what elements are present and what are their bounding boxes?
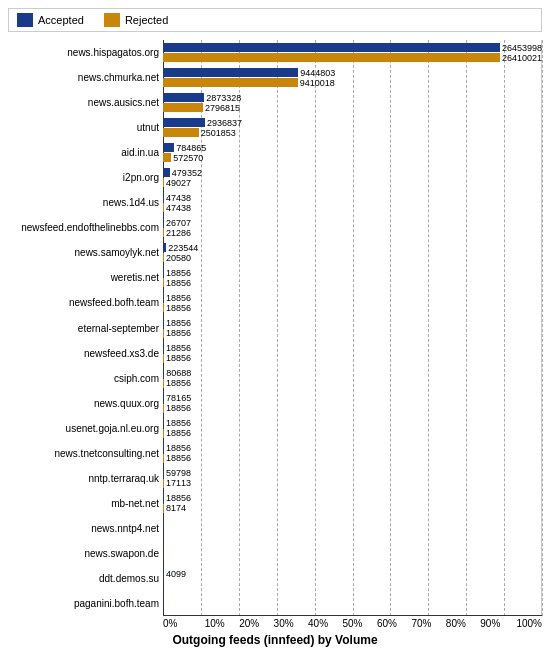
legend: Accepted Rejected (8, 8, 542, 32)
bar-pair: 8068818856 (163, 369, 542, 388)
bar-pair: 784865572570 (163, 143, 542, 162)
rejected-bar-track: 18856 (163, 354, 542, 363)
rejected-bar-track: 18856 (163, 454, 542, 463)
y-axis-label: news.chmurka.net (8, 72, 163, 83)
table-row: newsfeed.bofh.team1885618856 (8, 290, 542, 315)
rejected-value: 18856 (164, 328, 191, 338)
rejected-value: 18856 (164, 378, 191, 388)
table-row: utnut29368372501853 (8, 115, 542, 140)
table-row: mb-net.net188568174 (8, 491, 542, 516)
accepted-value: 18856 (164, 443, 191, 453)
table-row: news.chmurka.net94448039410018 (8, 65, 542, 90)
x-label: 30% (266, 618, 300, 629)
bar-pair: 4099 (163, 569, 542, 588)
accepted-bar (163, 143, 174, 152)
y-axis-label: newsfeed.xs3.de (8, 348, 163, 359)
accepted-bar-track: 4099 (163, 569, 542, 578)
accepted-bar (163, 68, 298, 77)
table-row: eternal-september1885618856 (8, 316, 542, 341)
rejected-bar-track: 18856 (163, 329, 542, 338)
accepted-value: 80688 (164, 368, 191, 378)
accepted-bar (163, 544, 164, 553)
accepted-value: 2873328 (204, 93, 241, 103)
rejected-value: 18856 (164, 278, 191, 288)
rejected-value: 18856 (164, 353, 191, 363)
accepted-bar-track: 80688 (163, 369, 542, 378)
y-axis-label: weretis.net (8, 272, 163, 283)
rejected-value: 20580 (164, 253, 191, 263)
accepted-bar (163, 43, 500, 52)
bar-pair: 1885618856 (163, 444, 542, 463)
y-axis-label: usenet.goja.nl.eu.org (8, 423, 163, 434)
table-row: aid.in.ua784865572570 (8, 140, 542, 165)
y-axis-label: news.swapon.de (8, 548, 163, 559)
rejected-bar-track: 2501853 (163, 128, 542, 137)
table-row: paganini.bofh.team (8, 591, 542, 616)
y-axis-label: ddt.demos.su (8, 573, 163, 584)
rejected-value: 2501853 (199, 128, 236, 138)
rejected-color-box (104, 13, 120, 27)
rejected-bar-track: 47438 (163, 203, 542, 212)
y-axis-label: aid.in.ua (8, 147, 163, 158)
rejected-value: 18856 (164, 453, 191, 463)
accepted-value: 223544 (166, 243, 198, 253)
bar-pair (163, 519, 542, 538)
rejected-bar-track: 18856 (163, 404, 542, 413)
rejected-value: 47438 (164, 203, 191, 213)
rejected-bar (163, 78, 298, 87)
rejected-value: 49027 (164, 178, 191, 188)
rejected-bar-track: 20580 (163, 253, 542, 262)
rejected-bar-track (163, 579, 542, 588)
table-row: news.hispagatos.org2645399826410021 (8, 40, 542, 65)
accepted-bar-track: 18856 (163, 268, 542, 277)
accepted-bar-track: 59798 (163, 469, 542, 478)
bar-pair: 1885618856 (163, 419, 542, 438)
accepted-bar (163, 118, 205, 127)
accepted-bar (163, 594, 164, 603)
accepted-value: 784865 (174, 143, 206, 153)
rows-container: news.hispagatos.org2645399826410021news.… (8, 40, 542, 616)
rejected-value: 26410021 (500, 53, 542, 63)
chart-title: Outgoing feeds (innfeed) by Volume (8, 633, 542, 647)
accepted-bar-track: 2873328 (163, 93, 542, 102)
rejected-bar-track: 18856 (163, 303, 542, 312)
y-axis-label: news.quux.org (8, 398, 163, 409)
accepted-value: 18856 (164, 268, 191, 278)
accepted-bar-track: 18856 (163, 344, 542, 353)
accepted-bar-track: 2936837 (163, 118, 542, 127)
legend-accepted: Accepted (17, 13, 84, 27)
chart-container: Accepted Rejected news.hispagatos.org264… (0, 0, 550, 655)
y-axis-label: paganini.bofh.team (8, 598, 163, 609)
bar-pair: 94448039410018 (163, 68, 542, 87)
table-row: weretis.net1885618856 (8, 265, 542, 290)
accepted-bar-track (163, 544, 542, 553)
rejected-bar-track: 9410018 (163, 78, 542, 87)
table-row: usenet.goja.nl.eu.org1885618856 (8, 416, 542, 441)
table-row: news.swapon.de (8, 541, 542, 566)
bar-pair: 7816518856 (163, 394, 542, 413)
x-label: 10% (197, 618, 231, 629)
chart-inner: news.hispagatos.org2645399826410021news.… (8, 40, 542, 629)
rejected-value: 17113 (164, 478, 191, 488)
rejected-bar-track: 2796815 (163, 103, 542, 112)
accepted-value: 4099 (164, 569, 186, 579)
y-axis-label: news.samoylyk.net (8, 247, 163, 258)
x-label: 0% (163, 618, 197, 629)
x-label: 80% (439, 618, 473, 629)
legend-rejected: Rejected (104, 13, 168, 27)
accepted-value: 479352 (170, 168, 202, 178)
bar-pair: 47935249027 (163, 168, 542, 187)
rejected-bar-track: 18856 (163, 429, 542, 438)
rejected-value: 18856 (164, 428, 191, 438)
rejected-value: 572570 (171, 153, 203, 163)
rejected-bar-track: 18856 (163, 379, 542, 388)
accepted-bar-track: 78165 (163, 394, 542, 403)
rejected-bar-track: 18856 (163, 278, 542, 287)
accepted-bar-track: 26453998 (163, 43, 542, 52)
table-row: i2pn.org47935249027 (8, 165, 542, 190)
rejected-bar-track: 572570 (163, 153, 542, 162)
accepted-bar (163, 168, 170, 177)
accepted-value: 18856 (164, 318, 191, 328)
table-row: news.tnetconsulting.net1885618856 (8, 441, 542, 466)
table-row: news.ausics.net28733282796815 (8, 90, 542, 115)
